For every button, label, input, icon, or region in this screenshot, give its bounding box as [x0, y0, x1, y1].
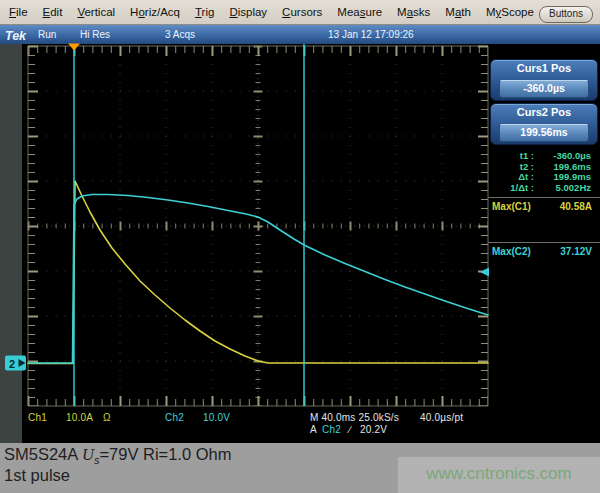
- trigger-level-marker[interactable]: [480, 268, 489, 277]
- measurement-value: 40.58A: [560, 201, 592, 212]
- readout-label: t2 :: [488, 161, 534, 172]
- readout-value: 5.002Hz: [534, 182, 598, 193]
- cursor1-pos-title: Curs1 Pos: [491, 62, 597, 74]
- ch1-label[interactable]: Ch1: [28, 412, 47, 423]
- cursor-readout-row: t1 :-360.0µs: [488, 150, 598, 161]
- readout-value: 199.6ms: [534, 161, 598, 172]
- caption-conditions: =79V Ri=1.0 Ohm: [99, 445, 231, 463]
- buttons-button[interactable]: Buttons: [539, 6, 593, 23]
- cursor2-pos-value[interactable]: 199.56ms: [499, 124, 589, 142]
- readout-value: -360.0µs: [534, 150, 598, 161]
- cursor-readout-row: 1/Δt :5.002Hz: [488, 182, 598, 193]
- ch1-scale[interactable]: 10.0A: [66, 412, 93, 423]
- ch1-coupling-icon: Ω: [103, 412, 111, 423]
- cursor1-pos-panel: Curs1 Pos -360.0µs: [490, 59, 598, 101]
- readout-label: Δt :: [488, 171, 534, 182]
- cursor2-pos-title: Curs2 Pos: [491, 106, 597, 118]
- cursor-readout-row: Δt :199.9ms: [488, 171, 598, 182]
- caption-line1: SM5S24A Us=79V Ri=1.0 Ohm: [4, 445, 231, 466]
- measurement-value: 37.12V: [560, 246, 592, 257]
- measurement-max-c1: Max(C1)40.58A: [488, 201, 598, 213]
- timebase-readout[interactable]: M 40.0ms 25.0kS/s: [310, 412, 399, 423]
- cursor1-pos-value[interactable]: -360.0µs: [499, 80, 589, 98]
- cursor-readout-row: t2 :199.6ms: [488, 161, 598, 172]
- ch2-label[interactable]: Ch2: [165, 412, 184, 423]
- ch2-ground-marker[interactable]: 2: [5, 356, 26, 371]
- separator: [488, 197, 600, 198]
- readout-value: 199.9ms: [534, 171, 598, 182]
- svg-text:2: 2: [9, 358, 15, 370]
- trigger-position-marker[interactable]: [68, 44, 80, 51]
- caption-area: SM5S24A Us=79V Ri=1.0 Ohm 1st pulse www.…: [0, 443, 600, 493]
- trigger-slope-icon: ∕: [349, 424, 351, 435]
- measurement-label: Max(C2): [492, 246, 531, 257]
- trigger-source[interactable]: Ch2: [322, 424, 341, 435]
- oscilloscope-screen: FileEditVerticalHoriz/AcqTrigDisplayCurs…: [0, 0, 600, 493]
- cursor-delta-readout: t1 :-360.0µst2 :199.6msΔt :199.9ms1/Δt :…: [488, 150, 598, 192]
- watermark: www.cntronics.com: [398, 457, 600, 493]
- caption-model: SM5S24A: [4, 445, 82, 463]
- caption-line2: 1st pulse: [4, 466, 70, 485]
- ch2-scale[interactable]: 10.0V: [203, 412, 230, 423]
- caption-variable: U: [82, 445, 94, 464]
- readout-label: t1 :: [488, 150, 534, 161]
- ch2-trace: [28, 195, 488, 364]
- trigger-prefix: A: [310, 424, 317, 435]
- trigger-level-readout[interactable]: 20.2V: [360, 424, 387, 435]
- measurement-label: Max(C1): [492, 201, 531, 212]
- cursor2-pos-panel: Curs2 Pos 199.56ms: [490, 103, 598, 145]
- readout-label: 1/Δt :: [488, 182, 534, 193]
- separator: [488, 242, 600, 243]
- sample-resolution: 40.0µs/pt: [420, 412, 463, 423]
- measurement-max-c2: Max(C2)37.12V: [488, 246, 598, 258]
